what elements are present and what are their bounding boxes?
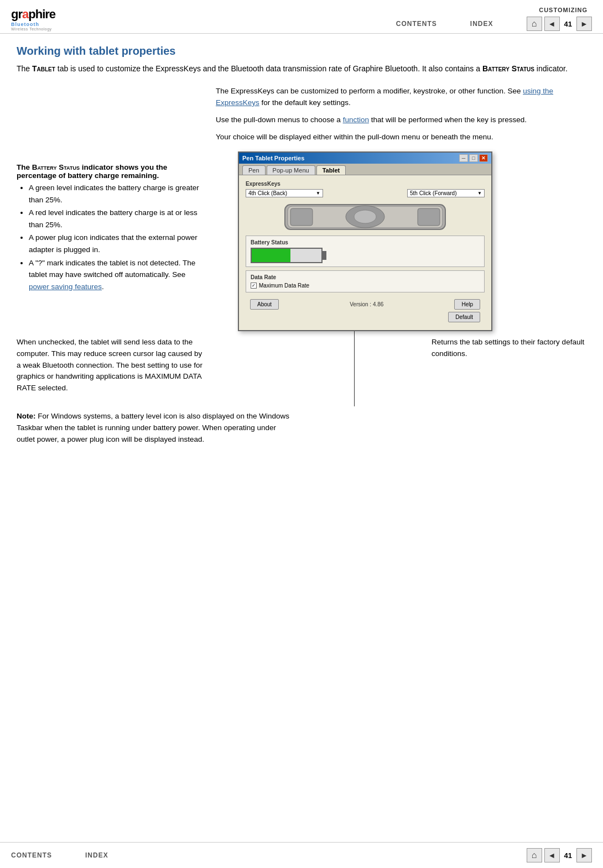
tab-tablet[interactable]: Tablet	[316, 165, 346, 175]
tab-pen[interactable]: Pen	[242, 165, 266, 175]
battery-section: The Battery Status indicator shows you t…	[17, 163, 205, 292]
function-link[interactable]: function	[343, 116, 369, 124]
callout-2: Use the pull-down menus to choose a func…	[216, 114, 586, 126]
footer-contents-link[interactable]: Contents	[11, 851, 52, 859]
dialog-wrapper: Pen Tablet Properties ─ □ ✕ Pen Pop-up M…	[205, 151, 586, 331]
expresskeys-label: ExpressKeys	[246, 181, 485, 187]
help-button[interactable]: Help	[454, 299, 480, 310]
logo-area: graphire Bluetooth Wireless Technology	[11, 4, 72, 33]
bottom-annotations: When unchecked, the tablet will send les…	[17, 337, 586, 395]
footer-nav: Contents Index	[11, 851, 108, 859]
dialog-body: ExpressKeys 4th Click (Back) ▼ 5th Click…	[239, 175, 491, 330]
note-section: Note: For Windows systems, a battery lev…	[17, 411, 586, 446]
footer-index-link[interactable]: Index	[85, 851, 108, 859]
note-text: Note: For Windows systems, a battery lev…	[17, 411, 293, 446]
max-data-rate-checkbox[interactable]: ✓	[251, 283, 257, 289]
next-button[interactable]: ►	[576, 17, 592, 31]
power-saving-link[interactable]: power saving features	[29, 283, 102, 291]
header-controls: ⌂ ◄ 41 ►	[527, 17, 592, 31]
maximize-button[interactable]: □	[469, 154, 478, 162]
tablet-graphic	[282, 202, 448, 232]
battery-item-2: A red level indicates the battery charge…	[29, 207, 205, 231]
tablet-image-area	[246, 202, 485, 232]
dialog-footer: About Version : 4.86 Help	[246, 297, 485, 312]
logo-tagline: Wireless Technology	[11, 27, 52, 31]
header-index-link[interactable]: Index	[470, 20, 493, 28]
logo: graphire Bluetooth Wireless Technology	[11, 4, 72, 33]
logo-name: graphire	[11, 7, 55, 22]
checkbox-row: ✓ Maximum Data Rate	[251, 283, 480, 289]
dropdown-arrow-right: ▼	[477, 191, 482, 196]
battery-item-4: A "?" mark indicates the tablet is not d…	[29, 257, 205, 293]
battery-bar-area	[251, 248, 480, 263]
callout-3: Your choice will be displayed either wit…	[216, 132, 586, 143]
dialog-title: Pen Tablet Properties	[242, 155, 304, 161]
dialog-tabs: Pen Pop-up Menu Tablet	[239, 164, 491, 175]
dialog-box: Pen Tablet Properties ─ □ ✕ Pen Pop-up M…	[238, 151, 492, 331]
callout-1: The ExpressKeys can be customized to per…	[216, 86, 586, 109]
battery-list: A green level indicates the battery char…	[17, 182, 205, 292]
note-content: For Windows systems, a battery level ico…	[17, 412, 289, 443]
minimize-button[interactable]: ─	[459, 154, 468, 162]
top-callout-area: The ExpressKeys can be customized to per…	[216, 86, 586, 143]
default-button[interactable]: Default	[448, 312, 480, 322]
header: graphire Bluetooth Wireless Technology C…	[0, 0, 603, 34]
default-row: Default	[246, 312, 485, 326]
dialog-titlebar: Pen Tablet Properties ─ □ ✕	[239, 153, 491, 164]
footer-controls: ⌂ ◄ 41 ►	[527, 848, 592, 862]
footer-home-button[interactable]: ⌂	[527, 848, 542, 862]
right-dropdown[interactable]: 5th Click (Forward) ▼	[407, 189, 485, 197]
right-annotations: The ExpressKeys can be customized to per…	[205, 86, 586, 331]
note-label: Note:	[17, 412, 36, 420]
max-data-rate-label: Maximum Data Rate	[259, 283, 309, 289]
header-contents-link[interactable]: Contents	[396, 20, 437, 28]
main-diagram: The Battery Status indicator shows you t…	[17, 86, 586, 331]
battery-nub	[322, 251, 326, 260]
header-nav: Contents Index	[396, 20, 493, 28]
left-dropdown[interactable]: 4th Click (Back) ▼	[246, 189, 323, 197]
battery-title: The Battery Status indicator shows you t…	[17, 163, 205, 180]
data-rate-label: Data Rate	[251, 274, 480, 280]
battery-item-1: A green level indicates the battery char…	[29, 182, 205, 206]
dropdown-arrow-left: ▼	[316, 191, 320, 196]
battery-bar-fill	[252, 249, 290, 262]
version-text: Version : 4.86	[350, 301, 383, 307]
battery-status-section: Battery Status	[246, 236, 485, 267]
battery-bar	[251, 248, 323, 263]
header-right: Customizing Contents Index ⌂ ◄ 41 ►	[396, 7, 592, 31]
checkbox-check-icon: ✓	[252, 283, 256, 288]
close-button[interactable]: ✕	[479, 154, 488, 162]
expresskeys-row: 4th Click (Back) ▼ 5th Click (Forward) ▼	[246, 189, 485, 197]
footer-next-button[interactable]: ►	[576, 848, 592, 862]
page-number: 41	[564, 20, 572, 28]
footer-prev-button[interactable]: ◄	[544, 848, 560, 862]
about-button[interactable]: About	[250, 299, 279, 310]
footer: Contents Index ⌂ ◄ 41 ►	[0, 842, 603, 868]
data-rate-section: Data Rate ✓ Maximum Data Rate	[246, 270, 485, 292]
prev-button[interactable]: ◄	[544, 17, 560, 31]
returns-text: Returns the tab settings to their factor…	[432, 337, 586, 395]
main-content: Working with tablet properties The Table…	[0, 34, 603, 473]
logo-bluetooth: Bluetooth	[11, 22, 39, 27]
page-title: Working with tablet properties	[17, 45, 586, 57]
left-annotations: The Battery Status indicator shows you t…	[17, 86, 205, 331]
customizing-label: Customizing	[539, 7, 592, 13]
footer-page-number: 41	[564, 851, 572, 860]
battery-status-label: Battery Status	[251, 239, 480, 245]
intro-text: The Tablet tab is used to customize the …	[17, 63, 586, 75]
home-button[interactable]: ⌂	[527, 17, 542, 31]
svg-rect-3	[418, 208, 440, 226]
svg-point-5	[354, 210, 376, 223]
expresskeys-link[interactable]: using the ExpressKeys	[216, 87, 553, 107]
dialog-titlebar-buttons: ─ □ ✕	[459, 154, 488, 162]
battery-item-3: A power plug icon indicates that the ext…	[29, 232, 205, 255]
svg-rect-2	[290, 208, 313, 226]
tab-popup[interactable]: Pop-up Menu	[267, 165, 315, 175]
spacer-top-left	[17, 86, 205, 158]
unchecked-text: When unchecked, the tablet will send les…	[17, 337, 205, 395]
